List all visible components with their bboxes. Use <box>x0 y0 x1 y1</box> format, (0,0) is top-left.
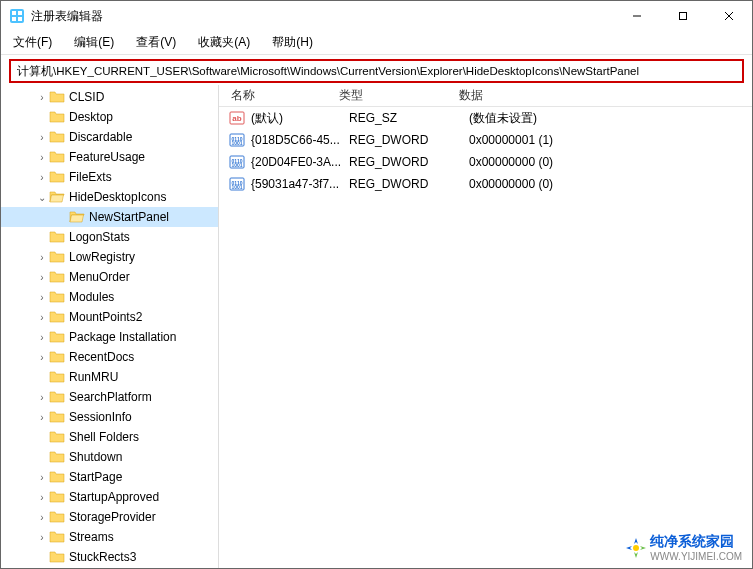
tree-item-hidedesktopicons[interactable]: ⌄HideDesktopIcons <box>1 187 218 207</box>
tree-item-featureusage[interactable]: ›FeatureUsage <box>1 147 218 167</box>
menu-file[interactable]: 文件(F) <box>9 32 56 53</box>
value-name: {018D5C66-45... <box>251 133 349 147</box>
column-type[interactable]: 类型 <box>339 87 459 104</box>
value-type: REG_SZ <box>349 111 469 125</box>
tree-label: SessionInfo <box>69 410 132 424</box>
value-name: (默认) <box>251 110 349 127</box>
registry-editor-window: 注册表编辑器 文件(F) 编辑(E) 查看(V) 收藏夹(A) 帮助(H) 计算… <box>0 0 753 569</box>
watermark-icon <box>626 538 646 558</box>
address-bar[interactable]: 计算机\HKEY_CURRENT_USER\Software\Microsoft… <box>9 59 744 83</box>
svg-text:ab: ab <box>232 114 241 123</box>
tree-label: LogonStats <box>69 230 130 244</box>
value-data: (数值未设置) <box>469 110 752 127</box>
tree-item-shutdown[interactable]: Shutdown <box>1 447 218 467</box>
column-name[interactable]: 名称 <box>219 87 339 104</box>
expander-icon[interactable]: › <box>35 352 49 363</box>
expander-icon[interactable]: › <box>35 312 49 323</box>
tree-item-searchplatform[interactable]: ›SearchPlatform <box>1 387 218 407</box>
minimize-button[interactable] <box>614 1 660 31</box>
menu-edit[interactable]: 编辑(E) <box>70 32 118 53</box>
expander-icon[interactable]: › <box>35 412 49 423</box>
list-view[interactable]: 名称 类型 数据 ab(默认)REG_SZ(数值未设置)01101001{018… <box>219 85 752 568</box>
tree-label: Discardable <box>69 130 132 144</box>
value-name: {59031a47-3f7... <box>251 177 349 191</box>
tree-item-stuckrects3[interactable]: StuckRects3 <box>1 547 218 567</box>
watermark-sub: WWW.YIJIMEI.COM <box>650 551 742 562</box>
tree-item-recentdocs[interactable]: ›RecentDocs <box>1 347 218 367</box>
tree-label: Desktop <box>69 110 113 124</box>
expander-icon[interactable]: › <box>35 292 49 303</box>
list-header: 名称 类型 数据 <box>219 85 752 107</box>
expander-icon[interactable]: › <box>35 332 49 343</box>
tree-item-menuorder[interactable]: ›MenuOrder <box>1 267 218 287</box>
svg-rect-1 <box>12 11 16 15</box>
svg-text:1001: 1001 <box>231 140 242 146</box>
window-controls <box>614 1 752 31</box>
expander-icon[interactable]: › <box>35 532 49 543</box>
expander-icon[interactable]: › <box>35 512 49 523</box>
svg-rect-6 <box>680 13 687 20</box>
tree-item-lowregistry[interactable]: ›LowRegistry <box>1 247 218 267</box>
tree-label: HideDesktopIcons <box>69 190 166 204</box>
value-type: REG_DWORD <box>349 177 469 191</box>
tree-label: RunMRU <box>69 370 118 384</box>
maximize-button[interactable] <box>660 1 706 31</box>
tree-item-fileexts[interactable]: ›FileExts <box>1 167 218 187</box>
tree-item-package-installation[interactable]: ›Package Installation <box>1 327 218 347</box>
values-list: ab(默认)REG_SZ(数值未设置)01101001{018D5C66-45.… <box>219 107 752 195</box>
value-data: 0x00000000 (0) <box>469 155 752 169</box>
expander-icon[interactable]: › <box>35 152 49 163</box>
column-data[interactable]: 数据 <box>459 87 752 104</box>
expander-icon[interactable]: › <box>35 472 49 483</box>
svg-point-20 <box>633 545 639 551</box>
app-icon <box>9 8 25 24</box>
tree-label: FileExts <box>69 170 112 184</box>
expander-icon[interactable]: › <box>35 492 49 503</box>
tree-label: SearchPlatform <box>69 390 152 404</box>
expander-icon[interactable]: ⌄ <box>35 192 49 203</box>
expander-icon[interactable]: › <box>35 252 49 263</box>
value-row[interactable]: 01101001{59031a47-3f7...REG_DWORD0x00000… <box>219 173 752 195</box>
tree-item-sessioninfo[interactable]: ›SessionInfo <box>1 407 218 427</box>
tree-label: StorageProvider <box>69 510 156 524</box>
tree-label: FeatureUsage <box>69 150 145 164</box>
tree-label: Streams <box>69 530 114 544</box>
close-button[interactable] <box>706 1 752 31</box>
expander-icon[interactable]: › <box>35 92 49 103</box>
value-data: 0x00000000 (0) <box>469 177 752 191</box>
tree-item-runmru[interactable]: RunMRU <box>1 367 218 387</box>
title-text: 注册表编辑器 <box>31 8 614 25</box>
tree-view[interactable]: ›CLSIDDesktop›Discardable›FeatureUsage›F… <box>1 85 219 568</box>
tree-label: Modules <box>69 290 114 304</box>
tree-label: MenuOrder <box>69 270 130 284</box>
address-text: 计算机\HKEY_CURRENT_USER\Software\Microsoft… <box>17 64 639 79</box>
tree-item-streams[interactable]: ›Streams <box>1 527 218 547</box>
expander-icon[interactable]: › <box>35 392 49 403</box>
tree-item-startupapproved[interactable]: ›StartupApproved <box>1 487 218 507</box>
menu-view[interactable]: 查看(V) <box>132 32 180 53</box>
tree-item-shell-folders[interactable]: Shell Folders <box>1 427 218 447</box>
tree-item-startpage[interactable]: ›StartPage <box>1 467 218 487</box>
value-data: 0x00000001 (1) <box>469 133 752 147</box>
expander-icon[interactable]: › <box>35 132 49 143</box>
tree-item-clsid[interactable]: ›CLSID <box>1 87 218 107</box>
value-type: REG_DWORD <box>349 133 469 147</box>
expander-icon[interactable]: › <box>35 272 49 283</box>
tree-item-storageprovider[interactable]: ›StorageProvider <box>1 507 218 527</box>
tree-item-newstartpanel[interactable]: NewStartPanel <box>1 207 218 227</box>
value-row[interactable]: 01101001{018D5C66-45...REG_DWORD0x000000… <box>219 129 752 151</box>
tree-item-modules[interactable]: ›Modules <box>1 287 218 307</box>
value-row[interactable]: 01101001{20D04FE0-3A...REG_DWORD0x000000… <box>219 151 752 173</box>
tree-item-mountpoints2[interactable]: ›MountPoints2 <box>1 307 218 327</box>
tree-label: StuckRects3 <box>69 550 136 564</box>
tree-item-desktop[interactable]: Desktop <box>1 107 218 127</box>
tree-label: StartPage <box>69 470 122 484</box>
menu-help[interactable]: 帮助(H) <box>268 32 317 53</box>
tree-item-logonstats[interactable]: LogonStats <box>1 227 218 247</box>
tree-label: CLSID <box>69 90 104 104</box>
value-row[interactable]: ab(默认)REG_SZ(数值未设置) <box>219 107 752 129</box>
expander-icon[interactable]: › <box>35 172 49 183</box>
tree-item-discardable[interactable]: ›Discardable <box>1 127 218 147</box>
menu-favorites[interactable]: 收藏夹(A) <box>194 32 254 53</box>
svg-text:1001: 1001 <box>231 162 242 168</box>
